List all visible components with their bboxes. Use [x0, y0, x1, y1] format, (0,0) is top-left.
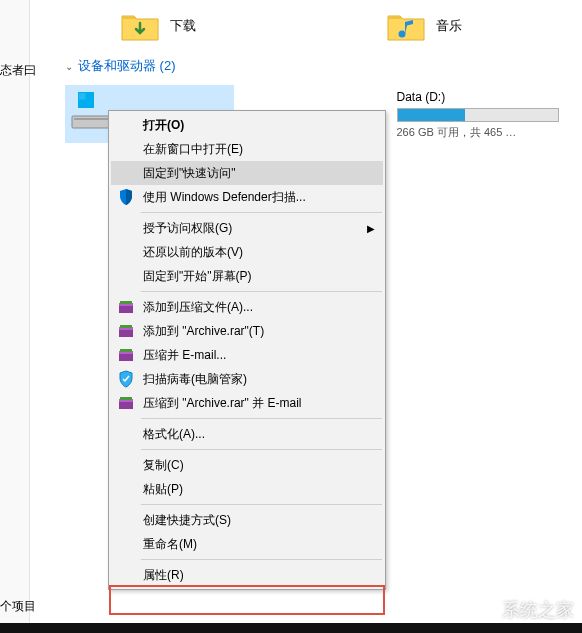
menu-add-to-archive-rar[interactable]: 添加到 "Archive.rar"(T)	[111, 319, 383, 343]
menu-label: 打开(O)	[143, 117, 184, 134]
winrar-icon	[117, 298, 135, 316]
folder-downloads[interactable]: 下载	[120, 10, 196, 42]
menu-add-to-archive[interactable]: 添加到压缩文件(A)...	[111, 295, 383, 319]
menu-open[interactable]: 打开(O)	[111, 113, 383, 137]
downloads-folder-icon	[120, 10, 160, 42]
qq-guard-icon	[117, 370, 135, 388]
menu-separator	[141, 212, 382, 213]
watermark: 系统之家	[466, 597, 574, 623]
menu-label: 粘贴(P)	[143, 481, 183, 498]
context-menu: 打开(O) 在新窗口中打开(E) 固定到"快速访问" 使用 Windows De…	[108, 110, 386, 590]
menu-separator	[141, 504, 382, 505]
menu-restore-previous[interactable]: 还原以前的版本(V)	[111, 240, 383, 264]
devices-group-header[interactable]: ⌄ 设备和驱动器 (2)	[50, 57, 562, 75]
menu-label: 格式化(A)...	[143, 426, 205, 443]
svg-rect-7	[120, 301, 132, 304]
folder-label: 下载	[170, 17, 196, 35]
menu-separator	[141, 291, 382, 292]
menu-rename[interactable]: 重命名(M)	[111, 532, 383, 556]
menu-create-shortcut[interactable]: 创建快捷方式(S)	[111, 508, 383, 532]
svg-rect-1	[72, 116, 112, 128]
group-header-text: 设备和驱动器 (2)	[78, 57, 176, 75]
bottom-dark-bar	[0, 623, 582, 633]
svg-rect-13	[120, 349, 132, 352]
svg-rect-2	[74, 118, 110, 120]
menu-label: 固定到"快速访问"	[143, 165, 236, 182]
menu-label: 扫描病毒(电脑管家)	[143, 371, 247, 388]
menu-label: 重命名(M)	[143, 536, 197, 553]
menu-copy[interactable]: 复制(C)	[111, 453, 383, 477]
winrar-icon	[117, 394, 135, 412]
menu-label: 复制(C)	[143, 457, 184, 474]
svg-rect-16	[120, 397, 132, 400]
menu-format[interactable]: 格式化(A)...	[111, 422, 383, 446]
menu-compress-email[interactable]: 压缩并 E-mail...	[111, 343, 383, 367]
drive-name: Data (D:)	[397, 90, 560, 104]
menu-label: 压缩到 "Archive.rar" 并 E-mail	[143, 395, 302, 412]
menu-compress-rar-email[interactable]: 压缩到 "Archive.rar" 并 E-mail	[111, 391, 383, 415]
folders-row: 下载 音乐	[50, 10, 562, 42]
drive-capacity-bar	[397, 108, 560, 122]
drive-d[interactable]: Data (D:) 266 GB 可用，共 465 …	[394, 85, 563, 143]
music-folder-icon	[386, 10, 426, 42]
menu-separator	[141, 449, 382, 450]
partial-text-bottom: 个项目	[0, 598, 36, 615]
menu-label: 属性(R)	[143, 567, 184, 584]
menu-label: 压缩并 E-mail...	[143, 347, 226, 364]
svg-rect-10	[120, 325, 132, 328]
menu-properties[interactable]: 属性(R)	[111, 563, 383, 587]
drive-bar-fill	[398, 109, 465, 121]
svg-point-0	[399, 31, 406, 38]
menu-label: 添加到压缩文件(A)...	[143, 299, 253, 316]
menu-grant-access[interactable]: 授予访问权限(G) ▶	[111, 216, 383, 240]
folder-music[interactable]: 音乐	[386, 10, 462, 42]
menu-pin-start[interactable]: 固定到"开始"屏幕(P)	[111, 264, 383, 288]
drive-status-text: 266 GB 可用，共 465 …	[397, 125, 560, 140]
drive-info: Data (D:) 266 GB 可用，共 465 …	[397, 88, 560, 140]
menu-label: 在新窗口中打开(E)	[143, 141, 243, 158]
menu-separator	[141, 418, 382, 419]
menu-label: 授予访问权限(G)	[143, 220, 232, 237]
folder-label: 音乐	[436, 17, 462, 35]
menu-label: 使用 Windows Defender扫描...	[143, 189, 306, 206]
menu-pin-quick-access[interactable]: 固定到"快速访问"	[111, 161, 383, 185]
menu-label: 创建快捷方式(S)	[143, 512, 231, 529]
menu-separator	[141, 559, 382, 560]
winrar-icon	[117, 346, 135, 364]
defender-shield-icon	[117, 188, 135, 206]
chevron-down-icon: ⌄	[65, 61, 73, 72]
winrar-icon	[117, 322, 135, 340]
sidebar-strip	[0, 0, 30, 633]
watermark-logo-icon	[466, 597, 496, 623]
menu-label: 添加到 "Archive.rar"(T)	[143, 323, 264, 340]
menu-defender-scan[interactable]: 使用 Windows Defender扫描...	[111, 185, 383, 209]
menu-label: 固定到"开始"屏幕(P)	[143, 268, 252, 285]
menu-label: 还原以前的版本(V)	[143, 244, 243, 261]
menu-open-new-window[interactable]: 在新窗口中打开(E)	[111, 137, 383, 161]
watermark-text: 系统之家	[502, 598, 574, 622]
menu-paste[interactable]: 粘贴(P)	[111, 477, 383, 501]
submenu-arrow-icon: ▶	[367, 223, 375, 234]
svg-rect-4	[79, 93, 86, 100]
menu-scan-virus[interactable]: 扫描病毒(电脑管家)	[111, 367, 383, 391]
